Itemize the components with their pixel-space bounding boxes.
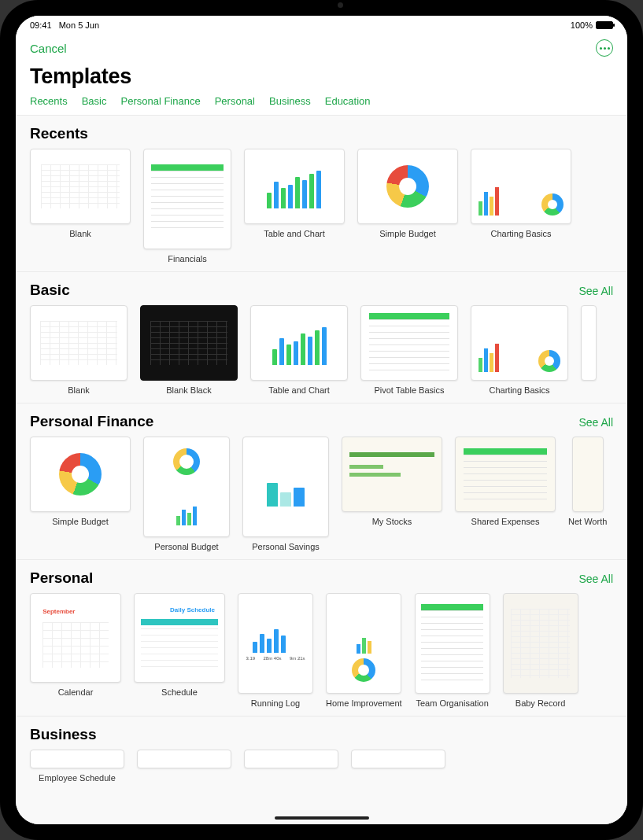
section-title-personal-finance: Personal Finance (30, 413, 153, 430)
template-thumb[interactable] (342, 437, 442, 512)
template-thumb[interactable] (30, 305, 127, 381)
template-label: Pivot Table Basics (374, 385, 444, 395)
template-thumb[interactable] (471, 305, 568, 381)
title-row: Templates (16, 60, 627, 90)
template-thumb[interactable] (503, 593, 578, 694)
home-indicator[interactable] (275, 816, 369, 820)
category-tabs: Recents Basic Personal Finance Personal … (16, 90, 627, 116)
section-title-personal: Personal (30, 569, 93, 587)
cancel-button[interactable]: Cancel (30, 42, 67, 55)
template-thumb[interactable] (581, 305, 597, 381)
template-card[interactable]: Employee Schedule (30, 750, 124, 783)
table-icon (464, 448, 547, 500)
template-card[interactable]: Simple Budget (357, 149, 458, 263)
template-card[interactable]: Blank (30, 305, 127, 395)
top-bar: Cancel (16, 35, 627, 60)
template-thumb[interactable] (30, 149, 131, 224)
template-card[interactable]: Baby Record (503, 593, 578, 708)
tab-business[interactable]: Business (269, 95, 311, 107)
template-thumb[interactable] (250, 305, 348, 381)
section-title-recents: Recents (30, 125, 88, 142)
template-card-partial[interactable] (581, 305, 597, 395)
tab-basic[interactable]: Basic (82, 95, 107, 107)
screen: 09:41 Mon 5 Jun 100% Cancel Templates Re… (16, 16, 627, 824)
section-title-basic: Basic (30, 282, 70, 299)
content-scroll[interactable]: Recents Blank Financials Table and Chart (16, 116, 627, 824)
template-thumb[interactable]: September (30, 593, 121, 683)
template-thumb[interactable] (471, 149, 571, 224)
more-options-button[interactable] (596, 39, 613, 57)
template-card-partial[interactable]: Net Worth (568, 437, 607, 551)
template-thumb[interactable] (140, 305, 238, 381)
template-card[interactable]: Financials (143, 149, 231, 263)
template-label: Baby Record (516, 698, 566, 708)
spreadsheet-icon (41, 164, 120, 208)
template-label: My Stocks (372, 517, 412, 526)
template-card[interactable]: Simple Budget (30, 437, 131, 551)
template-card[interactable] (137, 750, 231, 783)
see-all-personal-finance[interactable]: See All (578, 416, 613, 429)
template-card[interactable]: Table and Chart (244, 149, 345, 263)
status-right: 100% (571, 20, 613, 30)
template-thumb[interactable] (326, 593, 401, 694)
schedule-icon: Daily Schedule (141, 603, 218, 672)
template-thumb[interactable] (244, 750, 338, 768)
template-thumb[interactable] (415, 593, 490, 694)
template-thumb[interactable] (30, 437, 131, 512)
template-thumb[interactable]: 3.1928m 40s9m 21s (238, 593, 313, 694)
spreadsheet-icon (40, 321, 117, 365)
template-label: Blank (69, 229, 91, 238)
battery-percent: 100% (571, 20, 593, 30)
record-icon (511, 609, 570, 678)
template-thumb[interactable] (242, 437, 329, 537)
template-label: Personal Savings (252, 542, 320, 551)
template-label: Net Worth (568, 517, 607, 526)
template-thumb[interactable] (360, 305, 458, 381)
tab-personal[interactable]: Personal (215, 95, 255, 107)
template-card[interactable]: Daily Schedule Schedule (134, 593, 225, 708)
template-thumb[interactable] (357, 149, 458, 224)
template-card[interactable] (351, 750, 445, 783)
template-card[interactable]: Table and Chart (250, 305, 348, 395)
tab-personal-finance[interactable]: Personal Finance (121, 95, 201, 107)
template-card[interactable]: Home Improvement (326, 593, 402, 708)
template-label: Table and Chart (268, 385, 330, 395)
status-date: Mon 5 Jun (59, 20, 99, 30)
template-card[interactable]: Blank (30, 149, 131, 263)
template-card[interactable]: Team Organisation (415, 593, 490, 708)
see-all-personal[interactable]: See All (578, 573, 613, 585)
template-thumb[interactable] (572, 437, 604, 512)
template-label: Table and Chart (264, 229, 325, 238)
template-thumb[interactable] (244, 149, 345, 224)
template-label: Simple Budget (379, 229, 436, 238)
template-card[interactable]: Charting Basics (471, 305, 568, 395)
template-thumb[interactable] (351, 750, 445, 768)
template-thumb[interactable] (137, 750, 231, 768)
template-label: Financials (168, 254, 207, 263)
template-card[interactable]: Pivot Table Basics (360, 305, 458, 395)
tab-education[interactable]: Education (325, 95, 371, 107)
template-thumb[interactable] (143, 437, 230, 537)
template-card[interactable]: Personal Budget (143, 437, 230, 551)
template-thumb[interactable] (143, 149, 231, 249)
template-thumb[interactable]: Daily Schedule (134, 593, 225, 683)
section-head-basic: Basic See All (16, 272, 627, 302)
template-card[interactable]: My Stocks (342, 437, 442, 551)
template-thumb[interactable] (30, 750, 124, 768)
see-all-basic[interactable]: See All (578, 285, 613, 297)
status-left: 09:41 Mon 5 Jun (30, 20, 99, 30)
template-card[interactable]: Personal Savings (242, 437, 329, 551)
template-thumb[interactable] (455, 437, 556, 512)
barchart-icon (255, 164, 334, 208)
status-bar: 09:41 Mon 5 Jun 100% (16, 16, 627, 35)
template-label: Charting Basics (489, 385, 549, 395)
tab-recents[interactable]: Recents (30, 95, 68, 107)
template-card[interactable] (244, 750, 338, 783)
template-card[interactable]: Charting Basics (471, 149, 571, 263)
template-card[interactable]: 3.1928m 40s9m 21s Running Log (238, 593, 313, 708)
template-card[interactable]: Blank Black (140, 305, 238, 395)
row-personal: September Calendar Daily Schedule Schedu… (16, 590, 627, 717)
team-icon (421, 604, 483, 683)
template-card[interactable]: Shared Expenses (455, 437, 556, 551)
template-card[interactable]: September Calendar (30, 593, 121, 708)
